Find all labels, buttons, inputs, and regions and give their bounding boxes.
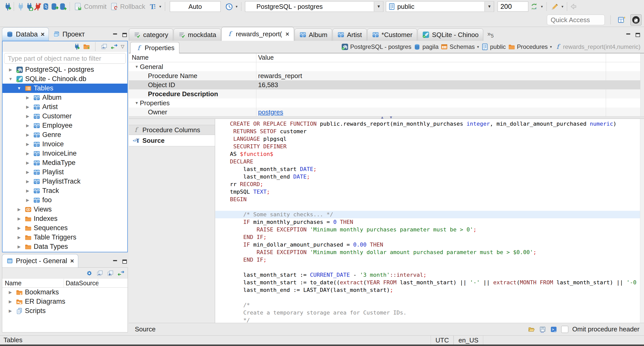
object-filter-input[interactable] [7, 54, 123, 63]
collapse-arrow-icon[interactable]: ▼ [135, 101, 139, 105]
back-arrow-icon[interactable] [569, 2, 578, 11]
maximize-icon[interactable] [635, 32, 641, 38]
gear-icon[interactable] [86, 270, 93, 277]
expand-all-icon[interactable] [107, 270, 114, 277]
expand-arrow-icon[interactable]: ▶ [7, 67, 14, 72]
column-divider[interactable] [606, 53, 606, 116]
expand-arrow-icon[interactable]: ▶ [24, 151, 31, 156]
reconnect-icon[interactable] [25, 2, 33, 11]
tree-item-album[interactable]: ▶Album [3, 93, 127, 102]
column-divider[interactable] [98, 279, 98, 287]
property-row-object-id[interactable]: Object ID16,583 [129, 80, 644, 89]
tree-item-tables[interactable]: ▼Tables [3, 84, 127, 93]
tree-item-playlist[interactable]: ▶Playlist [3, 167, 127, 177]
connect-icon[interactable] [16, 2, 25, 11]
chevron-down-icon[interactable]: ▾ [477, 45, 479, 49]
property-row-general[interactable]: ▼General [129, 62, 644, 71]
expand-arrow-icon[interactable]: ▶ [24, 142, 31, 147]
expand-arrow-icon[interactable]: ▶ [24, 95, 31, 100]
open-file-icon[interactable] [528, 326, 535, 333]
expand-arrow-icon[interactable]: ▶ [24, 105, 31, 109]
tree-item-customer[interactable]: ▶Customer [3, 112, 127, 121]
breadcrumb-item-postgresql-postgres[interactable]: PostgreSQL - postgres [341, 43, 411, 50]
tab-project-general[interactable]: Project - General × [2, 254, 78, 267]
owner-link[interactable]: postgres [258, 108, 283, 116]
new-folder-icon[interactable] [83, 43, 90, 50]
close-icon[interactable]: × [70, 257, 74, 265]
tree-item-invoiceline[interactable]: ▶InvoiceLine [3, 149, 127, 158]
open-perspective-button[interactable] [616, 15, 627, 25]
tree-item-mediatype[interactable]: ▶MediaType [3, 158, 127, 167]
property-value[interactable]: postgres [258, 108, 283, 116]
editor-tab-sqlite-chinoo[interactable]: SQLite - Chinoo [418, 28, 483, 41]
project-item-scripts[interactable]: ▶Scripts [2, 306, 128, 316]
expand-arrow-icon[interactable]: ▶ [24, 179, 31, 184]
side-tab-procedure-columns[interactable]: fProcedure Columns [129, 125, 215, 135]
property-row-properties[interactable]: ▼Properties [129, 98, 644, 108]
editor-tab-category[interactable]: category [129, 28, 173, 41]
tree-item-views[interactable]: ▶Views [3, 205, 127, 214]
minimize-icon[interactable] [112, 259, 118, 265]
new-connection-icon[interactable] [3, 2, 12, 11]
expand-arrow-icon[interactable]: ▶ [16, 244, 23, 249]
link-with-editor-icon[interactable] [117, 270, 125, 277]
editor-tab-customer[interactable]: *Customer [367, 28, 417, 41]
minimize-icon[interactable] [112, 32, 118, 38]
quick-access-input[interactable] [547, 15, 605, 25]
transaction-log-button[interactable]: ▾ [225, 2, 238, 11]
expand-arrow-icon[interactable]: ▶ [24, 114, 31, 119]
dropdown-arrow-icon[interactable]: ▼ [374, 2, 383, 11]
expand-arrow-icon[interactable]: ▶ [16, 235, 23, 240]
collapse-arrow-icon[interactable]: ▼ [16, 86, 23, 91]
horizontal-splitter[interactable]: ▲ ▼ [129, 116, 644, 119]
chevron-down-icon[interactable]: ▾ [159, 4, 161, 9]
maximize-icon[interactable] [122, 259, 128, 265]
column-divider[interactable] [256, 53, 256, 116]
editor-tab-album[interactable]: Album [295, 28, 332, 41]
collapse-all-icon[interactable] [96, 270, 103, 277]
new-sql-editor-icon[interactable] [59, 2, 67, 11]
expand-arrow-icon[interactable]: ▶ [24, 188, 31, 193]
dbeaver-perspective-button[interactable] [630, 14, 641, 25]
new-connection-icon[interactable] [73, 43, 80, 50]
tab-projects[interactable]: Проект [49, 28, 89, 41]
rollback-button[interactable]: Rollback [110, 2, 145, 11]
active-connection-combo[interactable]: PostgreSQL - postgres ▼ [245, 1, 383, 12]
maximize-icon[interactable] [122, 32, 128, 38]
tab-properties[interactable]: f Properties [130, 42, 179, 54]
tree-item-table-triggers[interactable]: ▶Table Triggers [3, 233, 127, 242]
active-schema-combo[interactable]: public ▼ [386, 1, 494, 12]
collapse-arrow-icon[interactable]: ▼ [7, 77, 14, 81]
column-divider[interactable] [64, 279, 64, 287]
chevron-down-icon[interactable]: ▾ [541, 4, 543, 9]
commit-mode-combo[interactable]: Auto [170, 1, 221, 12]
minimize-icon[interactable] [625, 32, 631, 38]
close-icon[interactable]: × [286, 30, 289, 38]
editor-tab-mockdata[interactable]: mockdata [174, 28, 221, 41]
tree-item-genre[interactable]: ▶Genre [3, 130, 127, 140]
chevron-down-icon[interactable]: ▾ [550, 45, 552, 49]
property-row-procedure-description[interactable]: Procedure Description [129, 89, 644, 98]
tree-item-artist[interactable]: ▶Artist [3, 102, 127, 112]
expand-arrow-icon[interactable]: ▶ [7, 299, 14, 304]
link-with-editor-icon[interactable] [111, 43, 118, 50]
save-icon[interactable] [539, 326, 546, 333]
expand-arrow-icon[interactable]: ▶ [24, 132, 31, 137]
side-tab-source[interactable]: <>TSource [129, 135, 215, 146]
scrollbar[interactable] [640, 53, 644, 116]
scrollbar[interactable] [640, 119, 644, 323]
sql-editor-icon[interactable] [42, 2, 50, 11]
breadcrumb-item-schemas[interactable]: Schemas▾ [441, 43, 479, 50]
expand-arrow-icon[interactable]: ▶ [24, 170, 31, 175]
open-sql-script-icon[interactable] [50, 2, 59, 11]
column-header-name[interactable]: Name [132, 54, 149, 61]
tree-item-playlisttrack[interactable]: ▶PlaylistTrack [3, 177, 127, 186]
breadcrumb-item-procedures[interactable]: Procedures▾ [508, 43, 552, 50]
breadcrumb-item-rewards-report-int4-numeric[interactable]: frewards_report(int4,numeric) [554, 43, 640, 50]
dropdown-arrow-icon[interactable]: ▼ [485, 2, 494, 11]
expand-arrow-icon[interactable]: ▶ [7, 308, 14, 313]
tree-item-postgresql-postgres[interactable]: ▶PostgreSQL - postgres [3, 65, 127, 74]
collapse-arrow-icon[interactable]: ▼ [135, 64, 139, 69]
tree-item-track[interactable]: ▶Track [3, 186, 127, 195]
column-header-value[interactable]: Value [258, 54, 274, 61]
